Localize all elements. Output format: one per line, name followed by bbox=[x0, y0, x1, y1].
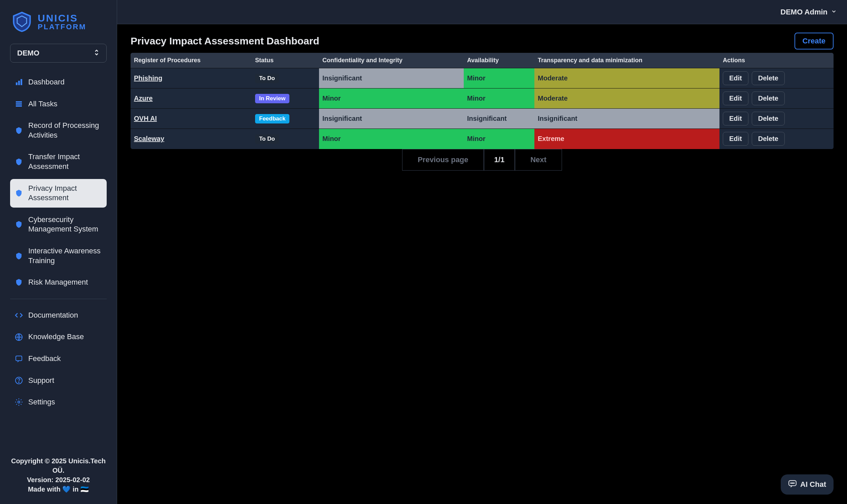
main: DEMO Admin Privacy Impact Assessment Das… bbox=[117, 0, 847, 504]
edit-button[interactable]: Edit bbox=[723, 71, 749, 85]
prev-page-button[interactable]: Previous page bbox=[402, 149, 484, 170]
sidebar-item-ropa[interactable]: Record of Processing Activities bbox=[10, 116, 107, 145]
pagination: Previous page 1/1 Next bbox=[130, 149, 833, 170]
delete-button[interactable]: Delete bbox=[752, 91, 785, 105]
sidebar-footer: Copyright © 2025 Unicis.Tech OÜ. Version… bbox=[10, 456, 107, 494]
ai-chat-button[interactable]: AI Chat bbox=[781, 474, 833, 494]
cell-transparency: Extreme bbox=[534, 129, 719, 149]
svg-rect-5 bbox=[16, 105, 22, 107]
sidebar-item-tia[interactable]: Transfer Impact Assessment bbox=[10, 147, 107, 176]
status-badge: To Do bbox=[255, 134, 279, 144]
page-header: Privacy Impact Assessment Dashboard Crea… bbox=[130, 33, 833, 50]
cell-procedure: Azure bbox=[130, 89, 252, 109]
svg-rect-3 bbox=[16, 101, 22, 103]
cell-transparency: Moderate bbox=[534, 68, 719, 89]
sidebar-item-feedback[interactable]: Feedback bbox=[10, 349, 107, 368]
col-availability: Availability bbox=[464, 53, 534, 68]
procedure-link[interactable]: Phishing bbox=[134, 74, 162, 82]
sidebar-item-label: Support bbox=[28, 376, 54, 385]
col-transparency: Transparency and data minimization bbox=[534, 53, 719, 68]
user-name: DEMO Admin bbox=[780, 8, 828, 17]
footer-madewith: Made with 💙 in 🇪🇪 bbox=[10, 485, 107, 494]
pia-table: Register of Procedures Status Confidenti… bbox=[130, 53, 833, 149]
edit-button[interactable]: Edit bbox=[723, 91, 749, 105]
create-button[interactable]: Create bbox=[794, 33, 833, 50]
globe-icon bbox=[14, 332, 23, 342]
svg-rect-0 bbox=[16, 83, 18, 85]
shield-icon bbox=[14, 251, 23, 261]
svg-rect-1 bbox=[18, 81, 20, 85]
user-menu[interactable]: DEMO Admin bbox=[780, 8, 837, 17]
sidebar-item-cms[interactable]: Cybersecurity Management System bbox=[10, 210, 107, 239]
next-page-button[interactable]: Next bbox=[515, 149, 562, 170]
delete-button[interactable]: Delete bbox=[752, 112, 785, 126]
cell-confidentiality: Minor bbox=[319, 89, 464, 109]
procedure-link[interactable]: Scaleway bbox=[134, 135, 164, 142]
status-badge: To Do bbox=[255, 74, 279, 83]
sidebar-item-knowledge[interactable]: Knowledge Base bbox=[10, 327, 107, 346]
table-wrapper: Register of Procedures Status Confidenti… bbox=[130, 53, 833, 149]
chat-icon bbox=[788, 479, 797, 490]
svg-rect-2 bbox=[20, 79, 22, 85]
cell-availability: Insignificant bbox=[464, 109, 534, 129]
col-confidentiality: Confidentiality and Integrity bbox=[319, 53, 464, 68]
sidebar: UNICIS PLATFORM DEMO Dashboard All Tasks bbox=[0, 0, 117, 504]
cell-procedure: Scaleway bbox=[130, 129, 252, 149]
cell-procedure: OVH AI bbox=[130, 109, 252, 129]
cell-actions: EditDelete bbox=[719, 68, 833, 89]
table-row: ScalewayTo DoMinorMinorExtremeEditDelete bbox=[130, 129, 833, 149]
logo-text-main: UNICIS bbox=[38, 13, 87, 23]
svg-rect-4 bbox=[16, 103, 22, 105]
col-procedures: Register of Procedures bbox=[130, 53, 252, 68]
shield-icon bbox=[14, 126, 23, 135]
nav-divider bbox=[10, 299, 107, 299]
cell-status: In Review bbox=[252, 89, 319, 109]
sidebar-item-risk[interactable]: Risk Management bbox=[10, 273, 107, 292]
sidebar-item-iat[interactable]: Interactive Awareness Training bbox=[10, 241, 107, 270]
nav-list: Dashboard All Tasks Record of Processing… bbox=[10, 73, 107, 456]
svg-rect-7 bbox=[16, 356, 22, 361]
logo-text: UNICIS PLATFORM bbox=[38, 13, 87, 31]
sidebar-item-label: Cybersecurity Management System bbox=[28, 215, 103, 234]
cell-actions: EditDelete bbox=[719, 129, 833, 149]
sidebar-item-label: All Tasks bbox=[28, 99, 57, 109]
edit-button[interactable]: Edit bbox=[723, 132, 749, 146]
footer-version: Version: 2025-02-02 bbox=[10, 475, 107, 485]
cell-availability: Minor bbox=[464, 89, 534, 109]
col-actions: Actions bbox=[719, 53, 833, 68]
org-selector-label: DEMO bbox=[17, 49, 39, 57]
logo-text-sub: PLATFORM bbox=[38, 23, 87, 31]
delete-button[interactable]: Delete bbox=[752, 71, 785, 85]
table-header-row: Register of Procedures Status Confidenti… bbox=[130, 53, 833, 68]
cell-confidentiality: Insignificant bbox=[319, 109, 464, 129]
sidebar-item-settings[interactable]: Settings bbox=[10, 393, 107, 412]
sidebar-item-label: Risk Management bbox=[28, 277, 88, 287]
sidebar-item-label: Knowledge Base bbox=[28, 332, 84, 342]
edit-button[interactable]: Edit bbox=[723, 112, 749, 126]
svg-point-10 bbox=[18, 401, 20, 403]
page-title: Privacy Impact Assessment Dashboard bbox=[130, 35, 319, 47]
status-badge: Feedback bbox=[255, 114, 289, 124]
sidebar-item-documentation[interactable]: Documentation bbox=[10, 306, 107, 325]
procedure-link[interactable]: OVH AI bbox=[134, 115, 157, 122]
org-selector[interactable]: DEMO bbox=[10, 44, 107, 62]
table-row: AzureIn ReviewMinorMinorModerateEditDele… bbox=[130, 89, 833, 109]
sidebar-item-dashboard[interactable]: Dashboard bbox=[10, 73, 107, 92]
logo[interactable]: UNICIS PLATFORM bbox=[10, 10, 107, 34]
shield-icon bbox=[14, 188, 23, 198]
sidebar-item-pia[interactable]: Privacy Impact Assessment bbox=[10, 179, 107, 208]
cell-availability: Minor bbox=[464, 129, 534, 149]
header: DEMO Admin bbox=[117, 0, 847, 24]
footer-copyright: Copyright © 2025 Unicis.Tech OÜ. bbox=[10, 456, 107, 475]
updown-icon bbox=[93, 49, 100, 57]
sidebar-item-support[interactable]: Support bbox=[10, 371, 107, 390]
cell-transparency: Insignificant bbox=[534, 109, 719, 129]
bar-chart-icon bbox=[14, 77, 23, 87]
logo-shield-icon bbox=[10, 10, 34, 34]
delete-button[interactable]: Delete bbox=[752, 132, 785, 146]
procedure-link[interactable]: Azure bbox=[134, 94, 153, 102]
sidebar-item-alltasks[interactable]: All Tasks bbox=[10, 94, 107, 114]
sidebar-item-label: Privacy Impact Assessment bbox=[28, 184, 103, 203]
shield-icon bbox=[14, 157, 23, 166]
svg-point-13 bbox=[792, 483, 793, 484]
